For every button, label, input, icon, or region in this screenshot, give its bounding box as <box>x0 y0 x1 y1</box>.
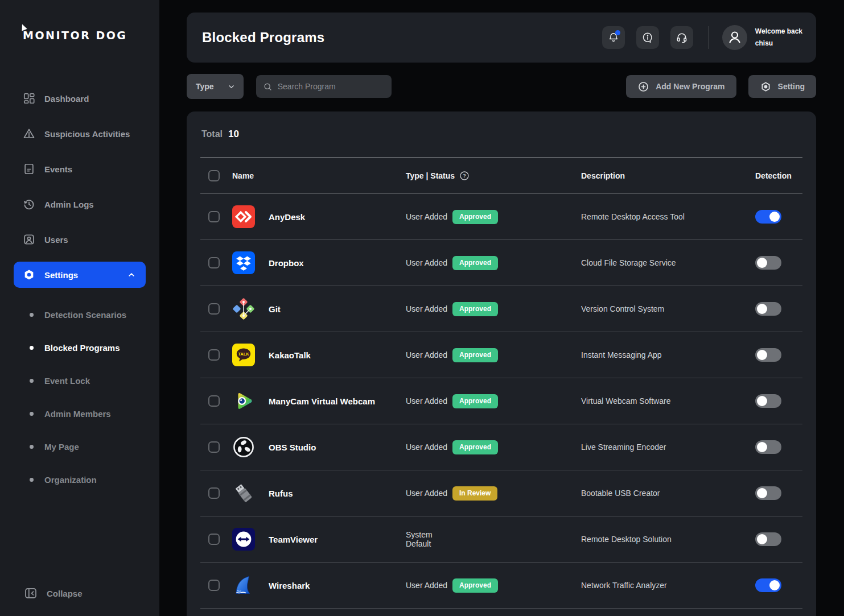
total-row: Total 10 <box>200 111 802 157</box>
sidebar-item-suspicious-activities[interactable]: Suspicious Activities <box>0 116 159 151</box>
total-count: 10 <box>228 129 239 140</box>
row-checkbox[interactable] <box>208 303 220 315</box>
sidebar-item-organization[interactable]: Organization <box>0 463 159 496</box>
page-header: Blocked Programs <box>187 13 816 63</box>
sidebar-item-admin-members[interactable]: Admin Members <box>0 397 159 430</box>
program-name: TeamViewer <box>269 535 406 544</box>
program-name: OBS Studio <box>269 443 406 452</box>
search-program-input[interactable] <box>278 82 385 91</box>
info-button[interactable] <box>636 26 659 49</box>
sub-item-label: Detection Scenarios <box>44 310 126 320</box>
detection-toggle[interactable] <box>755 578 781 592</box>
sidebar-item-label: Dashboard <box>44 94 89 104</box>
bullet-icon <box>30 313 34 317</box>
setting-label: Setting <box>778 82 805 91</box>
bullet-icon <box>30 346 34 350</box>
table-header-row: Name Type | Status ? Description Detecti… <box>200 158 802 194</box>
headset-icon <box>676 31 688 44</box>
detection-toggle[interactable] <box>755 302 781 316</box>
table-row: TeamViewer System Default Remote Desktop… <box>200 516 802 563</box>
sidebar-item-label: Users <box>44 235 68 245</box>
row-checkbox[interactable] <box>208 211 220 222</box>
welcome-line1: Welcome back <box>755 26 802 38</box>
sidebar-item-event-lock[interactable]: Event Lock <box>0 364 159 397</box>
column-header-description: Description <box>581 171 755 180</box>
program-description: Bootable USB Creator <box>581 489 755 498</box>
anydesk-app-icon <box>232 205 255 228</box>
svg-text:TALK: TALK <box>238 352 249 357</box>
info-bubble-icon <box>641 31 654 44</box>
program-description: Remote Desktop Solution <box>581 535 755 544</box>
wireshark-app-icon <box>232 574 255 597</box>
program-type: User Added <box>406 212 452 221</box>
type-filter-dropdown[interactable]: Type <box>187 74 244 99</box>
row-checkbox[interactable] <box>208 534 220 545</box>
row-checkbox[interactable] <box>208 349 220 361</box>
sidebar-item-dashboard[interactable]: Dashboard <box>0 81 159 116</box>
row-checkbox[interactable] <box>208 257 220 268</box>
detection-toggle[interactable] <box>755 440 781 454</box>
total-label: Total <box>201 129 223 139</box>
collapse-panel-icon <box>24 586 38 600</box>
row-checkbox[interactable] <box>208 441 220 453</box>
toolbar: Type Add New Program Setting <box>187 74 816 99</box>
plus-circle-icon <box>637 81 649 93</box>
status-badge: In Review <box>452 486 497 501</box>
column-header-detection: Detection <box>755 171 802 180</box>
status-badge: Approved <box>452 210 498 224</box>
sidebar-item-blocked-programs[interactable]: Blocked Programs <box>0 331 159 364</box>
detection-toggle[interactable] <box>755 256 781 270</box>
chevron-up-icon <box>126 270 137 280</box>
sub-item-label: Organization <box>44 475 97 485</box>
program-name: Git <box>269 304 406 314</box>
setting-button[interactable]: Setting <box>748 75 816 98</box>
collapse-sidebar-button[interactable]: Collapse <box>24 586 83 600</box>
detection-toggle[interactable] <box>755 210 781 224</box>
table-row: ManyCam Virtual Webcam User Added Approv… <box>200 378 802 424</box>
detection-toggle[interactable] <box>755 394 781 408</box>
sidebar-item-label: Suspicious Activities <box>44 129 130 139</box>
support-button[interactable] <box>670 26 693 49</box>
sidebar-item-admin-logs[interactable]: Admin Logs <box>0 187 159 222</box>
row-checkbox[interactable] <box>208 580 220 591</box>
document-icon <box>23 162 36 176</box>
detection-toggle[interactable] <box>755 348 781 362</box>
table-row: AnyDesk User Added Approved Remote Deskt… <box>200 194 802 240</box>
rufus-app-icon <box>232 482 255 505</box>
select-all-checkbox[interactable] <box>208 170 220 181</box>
notifications-button[interactable] <box>602 26 625 49</box>
user-avatar[interactable] <box>722 25 747 50</box>
program-type: System Default <box>406 530 452 548</box>
welcome-text: Welcome back chisu <box>755 26 802 49</box>
bullet-icon <box>30 478 34 482</box>
program-description: Version Control System <box>581 304 755 313</box>
type-filter-label: Type <box>196 82 214 91</box>
program-name: Dropbox <box>269 258 406 268</box>
add-new-program-button[interactable]: Add New Program <box>626 75 736 98</box>
sidebar-item-my-page[interactable]: My Page <box>0 430 159 463</box>
search-icon <box>263 81 273 92</box>
column-header-type-status: Type | Status <box>406 171 455 180</box>
sidebar-item-users[interactable]: Users <box>0 222 159 257</box>
row-checkbox[interactable] <box>208 395 220 407</box>
kakaotalk-app-icon: TALK <box>232 344 255 366</box>
row-checkbox[interactable] <box>208 487 220 499</box>
sidebar-item-events[interactable]: Events <box>0 151 159 187</box>
sidebar-item-settings[interactable]: Settings <box>14 262 146 288</box>
program-type: User Added <box>406 581 452 590</box>
settings-subnav: Detection Scenarios Blocked Programs Eve… <box>0 298 159 496</box>
detection-toggle[interactable] <box>755 486 781 500</box>
git-app-icon <box>232 297 255 320</box>
sidebar-item-detection-scenarios[interactable]: Detection Scenarios <box>0 298 159 331</box>
help-icon[interactable]: ? <box>460 171 469 180</box>
program-name: AnyDesk <box>269 212 406 222</box>
program-description: Remote Desktop Access Tool <box>581 212 755 221</box>
program-type: User Added <box>406 396 452 406</box>
collapse-label: Collapse <box>47 589 83 598</box>
sidebar-item-label: Admin Logs <box>44 200 94 209</box>
program-type: User Added <box>406 443 452 452</box>
detection-toggle[interactable] <box>755 532 781 546</box>
sub-item-label: Admin Members <box>44 409 111 419</box>
program-name: Rufus <box>269 489 406 498</box>
program-description: Cloud File Storage Service <box>581 258 755 267</box>
